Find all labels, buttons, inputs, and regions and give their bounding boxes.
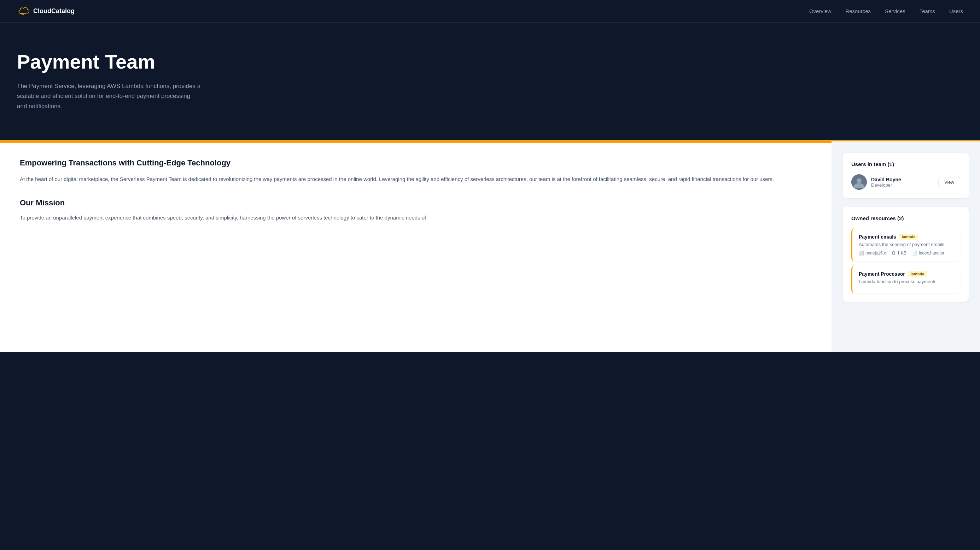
handler-icon: 📄 bbox=[912, 251, 918, 256]
size-value: 1 KB bbox=[897, 251, 907, 256]
resources-card-title: Owned resources (2) bbox=[851, 215, 960, 221]
resource-2-badge: lambda bbox=[908, 271, 928, 277]
resource-1-badge: lambda bbox=[899, 234, 918, 240]
resource-1-size: 🗒 1 KB bbox=[892, 251, 907, 256]
resource-item-1: Payment emails lambda Automates the send… bbox=[851, 228, 960, 261]
navbar-nav: Overview Resources Services Teams Users bbox=[809, 8, 963, 14]
user-info: David Boyne Developer bbox=[871, 177, 934, 188]
user-role: Developer bbox=[871, 183, 934, 188]
section1-body: At the heart of our digital marketplace,… bbox=[20, 175, 812, 184]
resource-item-2: Payment Processor lambda Lambda function… bbox=[851, 265, 960, 293]
hero-description: The Payment Service, leveraging AWS Lamb… bbox=[17, 81, 201, 112]
resources-card: Owned resources (2) Payment emails lambd… bbox=[843, 207, 969, 302]
section2-heading: Our Mission bbox=[20, 198, 812, 208]
resource-2-desc: Lambda function to process payments bbox=[859, 279, 954, 284]
section1-heading: Empowering Transactions with Cutting-Edg… bbox=[20, 158, 812, 167]
right-panel: Users in team (1) David Boyne Developer … bbox=[832, 140, 980, 352]
resource-2-header: Payment Processor lambda bbox=[859, 271, 954, 277]
user-row: David Boyne Developer View bbox=[851, 174, 960, 190]
nav-teams[interactable]: Teams bbox=[920, 8, 935, 14]
users-card: Users in team (1) David Boyne Developer … bbox=[843, 153, 969, 198]
brand-logo-icon bbox=[17, 5, 30, 17]
section2-body: To provide an unparalleled payment exper… bbox=[20, 213, 812, 223]
nav-resources[interactable]: Resources bbox=[845, 8, 871, 14]
svg-point-1 bbox=[857, 178, 862, 183]
runtime-icon: ⬜ bbox=[859, 251, 864, 256]
hero-section: Payment Team The Payment Service, levera… bbox=[0, 22, 980, 140]
resource-1-header: Payment emails lambda bbox=[859, 234, 954, 240]
resource-1-runtime: ⬜ nodejs16.x bbox=[859, 251, 886, 256]
nav-overview[interactable]: Overview bbox=[809, 8, 832, 14]
navbar: CloudCatalog Overview Resources Services… bbox=[0, 0, 980, 22]
page-title: Payment Team bbox=[17, 51, 963, 73]
main-content: Empowering Transactions with Cutting-Edg… bbox=[0, 140, 980, 352]
left-panel: Empowering Transactions with Cutting-Edg… bbox=[0, 140, 832, 352]
resource-1-name: Payment emails bbox=[859, 234, 896, 240]
nav-services[interactable]: Services bbox=[885, 8, 905, 14]
view-user-button[interactable]: View bbox=[938, 177, 960, 188]
handler-value: index.handler bbox=[919, 251, 944, 256]
nav-users[interactable]: Users bbox=[949, 8, 963, 14]
user-avatar bbox=[851, 174, 867, 190]
resource-2-name: Payment Processor bbox=[859, 271, 905, 277]
resource-1-desc: Automates the sending of payment emails bbox=[859, 242, 954, 247]
users-card-title: Users in team (1) bbox=[851, 161, 960, 167]
runtime-value: nodejs16.x bbox=[865, 251, 886, 256]
resource-1-handler: 📄 index.handler bbox=[912, 251, 944, 256]
user-name: David Boyne bbox=[871, 177, 934, 183]
brand-name: CloudCatalog bbox=[33, 8, 75, 15]
resource-1-meta: ⬜ nodejs16.x 🗒 1 KB 📄 index.handler bbox=[859, 251, 954, 256]
brand: CloudCatalog bbox=[17, 5, 75, 17]
size-icon: 🗒 bbox=[892, 251, 896, 256]
